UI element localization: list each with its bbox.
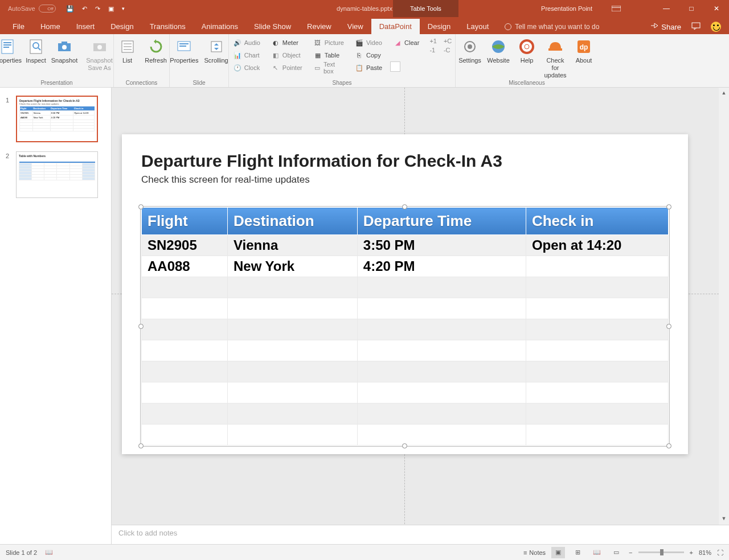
- video-button[interactable]: 🎬Video: [352, 36, 386, 49]
- start-slideshow-icon[interactable]: ▣: [108, 5, 114, 13]
- paste-button[interactable]: 📋Paste: [352, 61, 386, 74]
- table-cell[interactable]: [142, 425, 228, 446]
- table-row[interactable]: [142, 361, 669, 382]
- pointer-button[interactable]: ↖Pointer: [268, 61, 306, 74]
- table-row[interactable]: [142, 340, 669, 361]
- autosave-pill[interactable]: Off: [39, 5, 56, 13]
- table-cell[interactable]: [526, 382, 668, 403]
- table-cell[interactable]: [227, 277, 357, 298]
- tab-transitions[interactable]: Transitions: [142, 19, 194, 34]
- plus-one-button[interactable]: +1: [427, 36, 439, 46]
- table-header[interactable]: Destination: [227, 208, 357, 235]
- table-row[interactable]: [142, 277, 669, 298]
- object-button[interactable]: ◧Object: [268, 49, 306, 61]
- fit-to-window-icon[interactable]: ⛶: [717, 549, 723, 556]
- sorter-view-icon[interactable]: ⊞: [571, 547, 584, 558]
- notes-toggle[interactable]: ≡ Notes: [523, 549, 546, 556]
- inspect-button[interactable]: Inspect: [22, 36, 50, 73]
- table-cell[interactable]: [357, 382, 526, 403]
- resize-handle[interactable]: [666, 324, 671, 329]
- minimize-icon[interactable]: —: [654, 0, 679, 17]
- scroll-up-icon[interactable]: ▲: [719, 88, 729, 98]
- notes-pane[interactable]: Click to add notes: [112, 525, 729, 544]
- share-button[interactable]: Share: [650, 23, 681, 31]
- table-cell[interactable]: Vienna: [227, 235, 357, 256]
- resize-handle[interactable]: [138, 324, 144, 329]
- zoom-slider[interactable]: [638, 551, 684, 553]
- feedback-smiley-icon[interactable]: [711, 22, 721, 32]
- table-header[interactable]: Flight: [142, 208, 228, 235]
- table-cell[interactable]: [142, 277, 228, 298]
- table-cell[interactable]: [526, 340, 668, 361]
- zoom-level[interactable]: 81%: [699, 549, 711, 556]
- plus-c-button[interactable]: +C: [441, 36, 454, 46]
- tab-view[interactable]: View: [339, 19, 371, 34]
- table-cell[interactable]: [227, 403, 357, 425]
- table-cell[interactable]: [526, 298, 668, 319]
- table-cell[interactable]: [526, 403, 668, 425]
- table-cell[interactable]: [357, 403, 526, 425]
- zoom-out-icon[interactable]: −: [629, 549, 632, 556]
- tab-insert[interactable]: Insert: [68, 19, 103, 34]
- table-cell[interactable]: [142, 298, 228, 319]
- clear-button[interactable]: ◢Clear: [390, 36, 423, 49]
- slide-canvas[interactable]: Departure Flight Information for Check-I…: [112, 88, 729, 544]
- table-cell[interactable]: 3:50 PM: [357, 235, 526, 256]
- table-row[interactable]: [142, 382, 669, 403]
- snapshot-button[interactable]: Snapshot: [51, 36, 78, 73]
- scrolling-button[interactable]: Scrolling: [202, 36, 230, 65]
- table-cell[interactable]: [357, 277, 526, 298]
- table-cell[interactable]: [142, 319, 228, 340]
- ribbon-display-icon[interactable]: [604, 6, 629, 11]
- tab-file[interactable]: File: [5, 19, 32, 34]
- resize-handle[interactable]: [402, 204, 407, 209]
- table-cell[interactable]: [357, 340, 526, 361]
- comments-icon[interactable]: [691, 22, 701, 32]
- resize-handle[interactable]: [138, 443, 144, 448]
- table-cell[interactable]: [227, 361, 357, 382]
- tab-slideshow[interactable]: Slide Show: [246, 19, 299, 34]
- resize-handle[interactable]: [666, 443, 671, 448]
- tab-animations[interactable]: Animations: [194, 19, 246, 34]
- chart-button[interactable]: 📊Chart: [230, 49, 264, 61]
- minus-one-button[interactable]: -1: [427, 46, 439, 55]
- table-cell[interactable]: [526, 319, 668, 340]
- about-button[interactable]: dpAbout: [570, 36, 597, 81]
- table-cell[interactable]: [142, 382, 228, 403]
- table-cell[interactable]: [526, 361, 668, 382]
- website-button[interactable]: Website: [485, 36, 512, 81]
- table-cell[interactable]: New York: [227, 256, 357, 277]
- copy-button[interactable]: ⎘Copy: [352, 49, 386, 61]
- properties-button[interactable]: Properties: [0, 36, 21, 73]
- tab-datapoint[interactable]: DataPoint: [371, 19, 420, 34]
- minus-c-button[interactable]: -C: [441, 46, 454, 55]
- maximize-icon[interactable]: □: [679, 0, 704, 17]
- table-cell[interactable]: AA088: [142, 256, 228, 277]
- picture-button[interactable]: 🖼Picture: [310, 36, 347, 49]
- table-row[interactable]: [142, 298, 669, 319]
- tab-design[interactable]: Design: [103, 19, 141, 34]
- slide-title[interactable]: Departure Flight Information for Check-I…: [141, 151, 669, 171]
- table-cell[interactable]: [227, 298, 357, 319]
- list-button[interactable]: List: [114, 36, 141, 65]
- tab-home[interactable]: Home: [32, 19, 68, 34]
- slide-properties-button[interactable]: Properties: [167, 36, 200, 65]
- table-cell[interactable]: [357, 319, 526, 340]
- save-icon[interactable]: 💾: [66, 5, 74, 13]
- table-cell[interactable]: SN2905: [142, 235, 228, 256]
- qat-more-icon[interactable]: ▾: [122, 6, 125, 11]
- tab-table-design[interactable]: Design: [420, 19, 458, 34]
- undo-icon[interactable]: ↶: [82, 5, 87, 13]
- flight-table[interactable]: FlightDestinationDeparture TimeCheck inS…: [141, 207, 669, 446]
- table-cell[interactable]: [526, 277, 668, 298]
- table-cell[interactable]: [142, 340, 228, 361]
- table-cell[interactable]: [526, 256, 668, 277]
- table-cell[interactable]: Open at 14:20: [526, 235, 668, 256]
- table-cell[interactable]: [227, 340, 357, 361]
- slideshow-view-icon[interactable]: ▭: [609, 547, 623, 558]
- table-cell[interactable]: [357, 298, 526, 319]
- table-cell[interactable]: [227, 425, 357, 446]
- normal-view-icon[interactable]: ▣: [551, 547, 565, 558]
- reading-view-icon[interactable]: 📖: [590, 547, 604, 558]
- settings-button[interactable]: Settings: [456, 36, 484, 81]
